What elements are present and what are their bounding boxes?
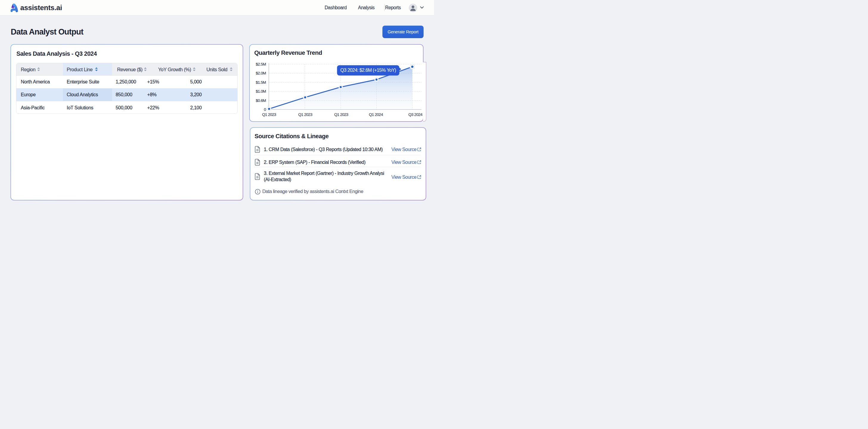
svg-text:Q3 2024: $2.6M (+15% YoY): Q3 2024: $2.6M (+15% YoY) [340, 68, 396, 73]
svg-text:Q3 2024: Q3 2024 [408, 112, 423, 117]
svg-text:Q1 2023: Q1 2023 [262, 112, 276, 117]
svg-text:$1.0M: $1.0M [256, 89, 266, 94]
svg-text:$1.5M: $1.5M [256, 80, 266, 85]
svg-text:Q1 2023: Q1 2023 [334, 112, 348, 117]
svg-text:$2.5M: $2.5M [256, 62, 266, 66]
svg-text:$2.0M: $2.0M [256, 71, 266, 75]
svg-text:$0.6M: $0.6M [256, 98, 266, 103]
svg-text:0: 0 [264, 107, 266, 112]
svg-text:Q1 2023: Q1 2023 [299, 112, 312, 117]
svg-text:Q1 2024: Q1 2024 [369, 112, 383, 117]
